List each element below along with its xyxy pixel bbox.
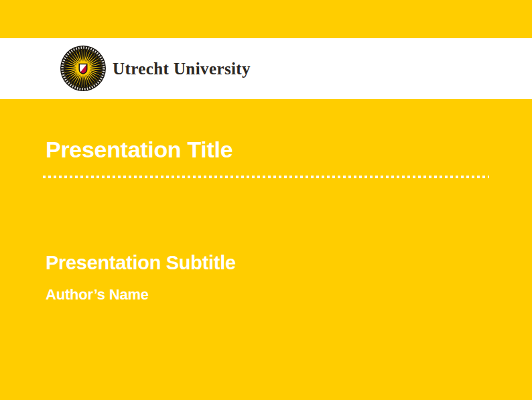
- presentation-subtitle: Presentation Subtitle: [46, 253, 236, 273]
- utrecht-university-seal-icon: [60, 46, 106, 91]
- presentation-title: Presentation Title: [46, 138, 232, 161]
- dotted-divider: [42, 174, 489, 180]
- title-slide: Utrecht University Presentation Title Pr…: [0, 0, 532, 400]
- header-band: Utrecht University: [0, 38, 532, 99]
- seal-shield-icon: [79, 64, 87, 74]
- author-name: Author’s Name: [46, 287, 149, 302]
- university-wordmark: Utrecht University: [113, 60, 251, 77]
